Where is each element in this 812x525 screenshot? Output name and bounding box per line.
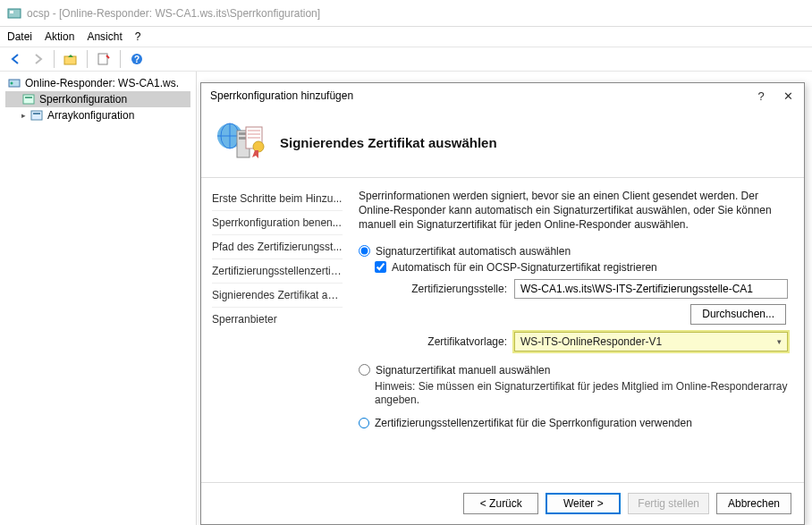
menubar: Datei Aktion Ansicht ? bbox=[0, 27, 812, 47]
finish-button: Fertig stellen bbox=[628, 493, 709, 514]
menu-aktion[interactable]: Aktion bbox=[45, 30, 74, 43]
manual-hint: Hinweis: Sie müssen ein Signaturzertifik… bbox=[375, 380, 788, 408]
template-field-row: Zertifikatvorlage: WS-ITS-OnlineResponde… bbox=[391, 332, 788, 351]
browse-button-label: Durchsuchen... bbox=[702, 308, 774, 320]
template-label: Zertifikatvorlage: bbox=[391, 335, 507, 348]
back-icon[interactable] bbox=[7, 50, 25, 68]
cancel-button-label: Abbrechen bbox=[728, 497, 780, 510]
wizard-content: Sperrinformationen werden signiert, bevo… bbox=[353, 178, 804, 482]
checkbox-auto-enroll[interactable]: Automatisch für ein OCSP-Signaturzertifi… bbox=[375, 261, 788, 274]
template-combobox[interactable]: WS-ITS-OnlineResponder-V1 ▾ bbox=[514, 332, 788, 351]
radio-manual-select[interactable]: Signaturzertifikat manuell auswählen bbox=[359, 364, 788, 377]
ca-input[interactable] bbox=[514, 279, 788, 299]
tree-root-label: Online-Responder: WS-CA1.ws. bbox=[25, 77, 179, 89]
wizard-dialog: Sperrkonfiguration hinzufügen ? ✕ Signie… bbox=[200, 82, 805, 525]
svg-rect-10 bbox=[31, 111, 42, 120]
back-button[interactable]: < Zurück bbox=[463, 493, 538, 514]
svg-rect-3 bbox=[98, 54, 107, 64]
radio-ca-cert[interactable]: Zertifizierungsstellenzertifikat für die… bbox=[359, 417, 788, 429]
app-icon bbox=[7, 6, 21, 21]
svg-rect-11 bbox=[33, 113, 40, 114]
svg-rect-1 bbox=[10, 11, 13, 13]
toolbar-separator bbox=[54, 50, 55, 68]
checkbox-auto-enroll-input[interactable] bbox=[375, 261, 386, 273]
window-title: ocsp - [Online-Responder: WS-CA1.ws.its\… bbox=[27, 7, 320, 20]
wizard-step-2[interactable]: Sperrkonfiguration benen... bbox=[212, 210, 343, 234]
ca-field-row: Zertifizierungsstelle: bbox=[391, 279, 788, 299]
svg-rect-9 bbox=[25, 97, 32, 98]
wizard-step-6[interactable]: Sperranbieter bbox=[212, 307, 343, 331]
ca-label: Zertifizierungsstelle: bbox=[391, 283, 507, 295]
radio-auto-select-input[interactable] bbox=[359, 245, 370, 257]
toolbar: ? bbox=[0, 47, 812, 72]
cancel-button[interactable]: Abbrechen bbox=[716, 493, 791, 514]
tree-sperrkonfig-label: Sperrkonfiguration bbox=[39, 93, 127, 106]
tree-arraykonfig-label: Arraykonfiguration bbox=[47, 109, 134, 122]
checkbox-auto-enroll-label: Automatisch für ein OCSP-Signaturzertifi… bbox=[392, 261, 657, 274]
toolbar-separator bbox=[120, 50, 121, 68]
dialog-header-title: Signierendes Zertifikat auswählen bbox=[280, 135, 497, 150]
next-button-label: Weiter > bbox=[563, 497, 604, 510]
radio-manual-select-input[interactable] bbox=[359, 364, 370, 376]
radio-ca-cert-label: Zertifizierungsstellenzertifikat für die… bbox=[375, 417, 692, 429]
tree-panel: Online-Responder: WS-CA1.ws. Sperrkonfig… bbox=[0, 72, 197, 525]
finish-button-label: Fertig stellen bbox=[638, 497, 699, 510]
wizard-intro-text: Sperrinformationen werden signiert, bevo… bbox=[359, 189, 788, 233]
dialog-footer: < Zurück Weiter > Fertig stellen Abbrech… bbox=[201, 482, 804, 523]
radio-manual-select-label: Signaturzertifikat manuell auswählen bbox=[376, 364, 550, 377]
folder-up-icon[interactable] bbox=[62, 50, 80, 68]
browse-button[interactable]: Durchsuchen... bbox=[690, 304, 786, 325]
chevron-down-icon: ▾ bbox=[777, 337, 782, 346]
help-icon[interactable]: ? bbox=[128, 50, 146, 68]
svg-point-7 bbox=[11, 82, 13, 85]
tree-root[interactable]: Online-Responder: WS-CA1.ws. bbox=[5, 75, 190, 91]
dialog-body: Erste Schritte beim Hinzu... Sperrkonfig… bbox=[201, 178, 804, 482]
dialog-title: Sperrkonfiguration hinzufügen bbox=[210, 89, 754, 102]
tree-sperrkonfig[interactable]: Sperrkonfiguration bbox=[5, 91, 190, 107]
wizard-nav: Erste Schritte beim Hinzu... Sperrkonfig… bbox=[201, 178, 353, 482]
menu-ansicht[interactable]: Ansicht bbox=[87, 30, 122, 43]
responder-icon bbox=[7, 76, 21, 90]
dialog-help-button[interactable]: ? bbox=[754, 89, 768, 103]
array-icon bbox=[30, 108, 44, 123]
template-combobox-value: WS-ITS-OnlineResponder-V1 bbox=[520, 335, 662, 348]
wizard-step-1[interactable]: Erste Schritte beim Hinzu... bbox=[212, 187, 343, 210]
radio-ca-cert-input[interactable] bbox=[359, 418, 369, 428]
svg-text:?: ? bbox=[134, 55, 140, 64]
properties-icon[interactable] bbox=[95, 50, 113, 68]
wizard-step-4[interactable]: Zertifizierungsstellenzertif... bbox=[212, 258, 343, 283]
window-titlebar: ocsp - [Online-Responder: WS-CA1.ws.its\… bbox=[0, 0, 812, 27]
dialog-close-button[interactable]: ✕ bbox=[781, 89, 795, 103]
config-icon bbox=[21, 92, 36, 106]
wizard-step-3[interactable]: Pfad des Zertifizierungsst... bbox=[212, 234, 343, 258]
wizard-step-5[interactable]: Signierendes Zertifikat au... bbox=[212, 283, 343, 307]
menu-help[interactable]: ? bbox=[135, 30, 141, 43]
back-button-label: < Zurück bbox=[480, 497, 522, 510]
certificate-wizard-icon bbox=[216, 118, 266, 168]
radio-auto-select-label: Signaturzertifikat automatisch auswählen bbox=[376, 245, 571, 258]
svg-rect-8 bbox=[23, 95, 34, 104]
dialog-header: Signierendes Zertifikat auswählen bbox=[201, 108, 804, 178]
menu-datei[interactable]: Datei bbox=[7, 30, 32, 43]
tree-arraykonfig[interactable]: ▸ Arraykonfiguration bbox=[5, 107, 190, 123]
expand-icon[interactable]: ▸ bbox=[21, 111, 26, 120]
forward-icon bbox=[29, 50, 47, 68]
svg-rect-2 bbox=[64, 56, 76, 64]
radio-auto-select[interactable]: Signaturzertifikat automatisch auswählen bbox=[359, 245, 788, 258]
toolbar-separator bbox=[87, 50, 88, 68]
next-button[interactable]: Weiter > bbox=[546, 493, 621, 514]
dialog-titlebar: Sperrkonfiguration hinzufügen ? ✕ bbox=[201, 83, 804, 108]
